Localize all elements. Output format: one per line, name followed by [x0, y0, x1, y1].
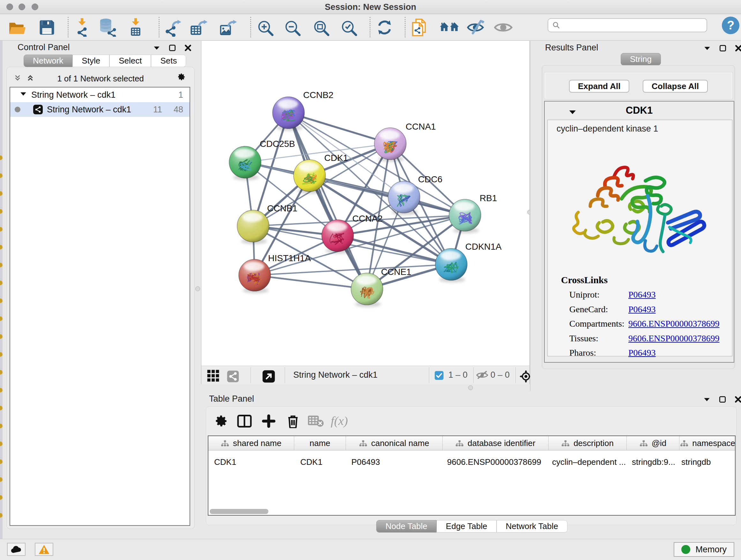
protein-details: cyclin–dependent kinase 1 CrossLinks Uni… [547, 120, 732, 356]
toolbar-import-database-button[interactable] [97, 17, 118, 38]
hide-eye-icon [466, 19, 486, 36]
expand-all-button[interactable]: Expand All [569, 80, 629, 92]
zoom-fit-icon [312, 19, 329, 36]
crosslink-link[interactable]: P06493 [628, 304, 656, 314]
network-row[interactable]: String Network – cdk1 1148 [10, 102, 190, 117]
edge-CCNE1-HIST1H1A[interactable] [255, 275, 367, 289]
results-panel-close-icon[interactable] [734, 44, 741, 52]
toolbar-zoom-fit-button[interactable] [310, 17, 331, 38]
bottom-splitter-grip[interactable] [468, 385, 473, 390]
help-button[interactable]: ? [722, 17, 739, 34]
toolbar-export-table-button[interactable] [189, 17, 210, 38]
toolbar-import-network-button[interactable] [71, 17, 92, 38]
control-panel-close-icon[interactable] [184, 44, 192, 52]
node-CCNB2[interactable]: CCNB2 [273, 90, 333, 131]
network-canvas[interactable]: CCNB2 CCNA1 CDC25B CDK1 CDC6 RB1 CCNB1 [201, 41, 529, 365]
network-view[interactable]: CCNB2 CCNA1 CDC25B CDK1 CDC6 RB1 CCNB1 [201, 41, 530, 384]
toolbar-export-image-button[interactable] [218, 17, 239, 38]
column-header-name[interactable]: name [294, 436, 346, 450]
control-panel-float-icon[interactable] [168, 44, 177, 52]
control-panel-menu-icon[interactable] [152, 44, 161, 52]
toolbar-save-session-button[interactable] [37, 17, 57, 38]
sitemap-icon [561, 440, 569, 447]
birds-eye-view-icon[interactable] [205, 367, 221, 383]
protein-section-header[interactable]: CDK1 [545, 102, 734, 120]
crosslink-row: GeneCard: P06493 [569, 304, 729, 319]
toolbar-hide-selected-button[interactable] [466, 17, 487, 38]
collection-expand-triangle-icon[interactable] [19, 90, 27, 100]
column-header-description[interactable]: description [549, 436, 627, 450]
tab-edge-table[interactable]: Edge Table [436, 520, 496, 533]
left-splitter-grip[interactable] [195, 287, 200, 291]
toolbar-first-neighbors-button[interactable] [439, 17, 460, 38]
node-CDC6[interactable]: CDC6 [388, 174, 442, 215]
column-header-label: @id [652, 438, 667, 448]
column-header-label: name [310, 438, 330, 448]
crosslink-link[interactable]: 9606.ENSP00000378699 [628, 333, 719, 344]
tab-string[interactable]: String [621, 53, 661, 65]
column-header-label: description [574, 438, 614, 448]
gear-icon [215, 415, 228, 429]
network-options-gear-icon[interactable] [178, 73, 186, 81]
tab-node-table[interactable]: Node Table [376, 520, 436, 533]
toolbar-zoom-in-button[interactable] [254, 17, 275, 38]
tab-sets[interactable]: Sets [151, 55, 186, 67]
table-toolbar-split-view-button[interactable] [237, 414, 253, 430]
share-network-icon[interactable] [225, 368, 241, 384]
column-header-canonical-name[interactable]: canonical name [346, 436, 443, 450]
table-panel-menu-icon[interactable] [703, 395, 711, 403]
crosslink-link[interactable]: 9606.ENSP00000378699 [628, 319, 719, 329]
warning-icon [38, 544, 50, 555]
network-collection-row[interactable]: String Network – cdk1 1 [10, 87, 190, 102]
tab-style[interactable]: Style [72, 55, 110, 67]
toolbar-refresh-button[interactable] [374, 17, 395, 38]
network-selected-status: 1 of 1 Network selected [6, 74, 195, 84]
table-cell: P06493 [351, 457, 380, 467]
network-selection-bar: 1 of 1 Network selected [6, 71, 195, 86]
control-panel: Control Panel NetworkStyleSelectSets [3, 41, 201, 539]
table-horizontal-scrollbar[interactable] [210, 509, 268, 514]
collapse-all-button[interactable]: Collapse All [643, 80, 708, 92]
crosslink-row: Pharos: P06493 [569, 348, 729, 362]
results-panel-float-icon[interactable] [719, 44, 727, 52]
node-label-CDKN1A: CDKN1A [465, 242, 502, 252]
sitemap-icon [455, 440, 464, 447]
tab-network-table[interactable]: Network Table [496, 520, 567, 533]
node-label-CCNB1: CCNB1 [267, 203, 297, 213]
toolbar-open-session-button[interactable] [7, 17, 28, 38]
toolbar-zoom-selected-button[interactable] [338, 17, 359, 38]
open-in-window-icon[interactable] [261, 368, 277, 384]
memory-button[interactable]: Memory [674, 542, 734, 557]
column-header--id[interactable]: @id [627, 436, 679, 450]
table-panel-float-icon[interactable] [718, 395, 727, 403]
selected-checkbox-icon[interactable] [434, 371, 444, 380]
node-RB1[interactable]: RB1 [449, 193, 497, 233]
toolbar-zoom-out-button[interactable] [281, 17, 302, 38]
table-toolbar-add-column-button[interactable] [261, 414, 277, 430]
cloud-button[interactable] [7, 543, 25, 556]
tab-select[interactable]: Select [110, 55, 151, 67]
desktop-dot [0, 388, 3, 392]
warning-button[interactable] [35, 543, 53, 556]
column-header-namespace[interactable]: namespace [679, 436, 736, 450]
column-header-database-identifier[interactable]: database identifier [443, 436, 549, 450]
memory-label: Memory [695, 545, 727, 555]
crosslink-link[interactable]: P06493 [628, 290, 656, 300]
toolbar-copy-network-button[interactable] [409, 17, 430, 38]
node-label-CCNE1: CCNE1 [381, 267, 411, 277]
table-panel-close-icon[interactable] [734, 395, 741, 403]
results-panel-menu-icon[interactable] [703, 44, 711, 52]
search-input[interactable] [560, 19, 706, 31]
crosslink-link[interactable]: P06493 [628, 348, 656, 358]
table-toolbar-delete-column-button[interactable] [285, 414, 301, 430]
node-label-CCNB2: CCNB2 [303, 90, 333, 100]
table-toolbar-settings-button[interactable] [213, 414, 229, 430]
node-CCNA1[interactable]: CCNA1 [374, 122, 436, 162]
toolbar-export-network-button[interactable] [163, 17, 185, 38]
toolbar-import-table-button[interactable] [125, 17, 146, 38]
column-header-shared-name[interactable]: shared name [208, 436, 294, 450]
import-database-icon [98, 18, 117, 37]
node-CDKN1A[interactable]: CDKN1A [435, 242, 502, 283]
toolbar-show-all-button[interactable] [493, 17, 514, 38]
tab-network[interactable]: Network [23, 55, 72, 67]
